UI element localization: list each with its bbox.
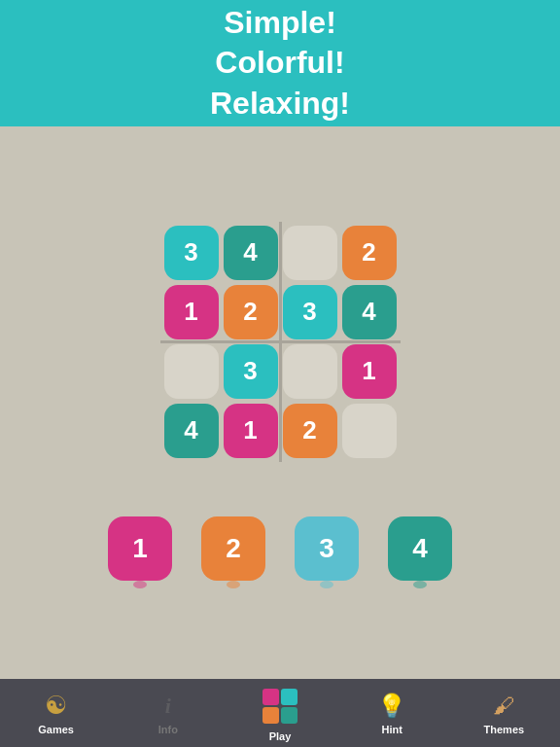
grid-cell-7[interactable]: 4 <box>342 285 397 339</box>
puzzle-container[interactable]: 342123431412 <box>164 226 397 458</box>
bottom-nav: ☯ Games i Info Play 💡 Hint 🖌 Themes <box>0 679 560 747</box>
number-tile-4[interactable]: 4 <box>388 516 452 581</box>
play-dot-0 <box>262 689 279 705</box>
play-dot-3 <box>281 707 298 724</box>
play-dot-1 <box>281 689 298 705</box>
header-tagline: Simple! Colorful! Relaxing! <box>210 3 350 124</box>
number-tile-2[interactable]: 2 <box>201 516 265 581</box>
play-icon <box>259 685 301 728</box>
nav-play[interactable]: Play <box>241 685 319 742</box>
nav-themes[interactable]: 🖌 Themes <box>465 692 542 735</box>
grid-cell-6[interactable]: 3 <box>283 285 337 339</box>
main-content: 342123431412 1234 <box>0 126 560 679</box>
grid-cell-14[interactable]: 2 <box>283 404 337 458</box>
grid-cell-9[interactable]: 3 <box>224 344 278 399</box>
nav-hint[interactable]: 💡 Hint <box>353 692 431 735</box>
grid-cell-13[interactable]: 1 <box>224 404 278 458</box>
grid-cell-0[interactable]: 3 <box>164 226 219 280</box>
grid-cell-11[interactable]: 1 <box>342 344 397 399</box>
info-icon: i <box>154 692 183 721</box>
grid-cell-3[interactable]: 2 <box>342 226 397 280</box>
number-tiles-row: 1234 <box>108 516 452 581</box>
nav-info[interactable]: i Info <box>129 692 207 735</box>
hint-icon: 💡 <box>377 692 406 721</box>
puzzle-grid: 342123431412 <box>164 226 397 458</box>
grid-cell-8[interactable] <box>164 344 219 399</box>
grid-cell-4[interactable]: 1 <box>164 285 219 339</box>
grid-cell-2[interactable] <box>283 226 337 280</box>
grid-cell-15[interactable] <box>342 404 397 458</box>
grid-cell-1[interactable]: 4 <box>224 226 278 280</box>
nav-games-label: Games <box>38 724 74 735</box>
header: Simple! Colorful! Relaxing! <box>0 0 560 126</box>
nav-games[interactable]: ☯ Games <box>18 692 95 735</box>
grid-cell-12[interactable]: 4 <box>164 404 219 458</box>
grid-cell-10[interactable] <box>283 344 337 399</box>
themes-icon: 🖌 <box>489 692 518 721</box>
grid-cell-5[interactable]: 2 <box>224 285 278 339</box>
number-tile-3[interactable]: 3 <box>295 516 359 581</box>
nav-play-label: Play <box>269 730 292 742</box>
nav-themes-label: Themes <box>484 724 525 735</box>
play-dot-2 <box>262 707 279 724</box>
nav-info-label: Info <box>158 724 178 735</box>
nav-hint-label: Hint <box>381 724 402 735</box>
number-tile-1[interactable]: 1 <box>108 516 172 581</box>
games-icon: ☯ <box>42 692 71 721</box>
